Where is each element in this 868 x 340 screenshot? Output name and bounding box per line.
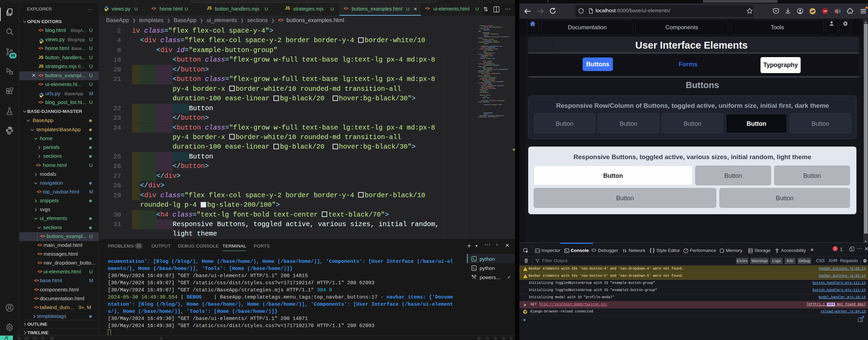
svg-text:uO: uO xyxy=(823,10,827,13)
